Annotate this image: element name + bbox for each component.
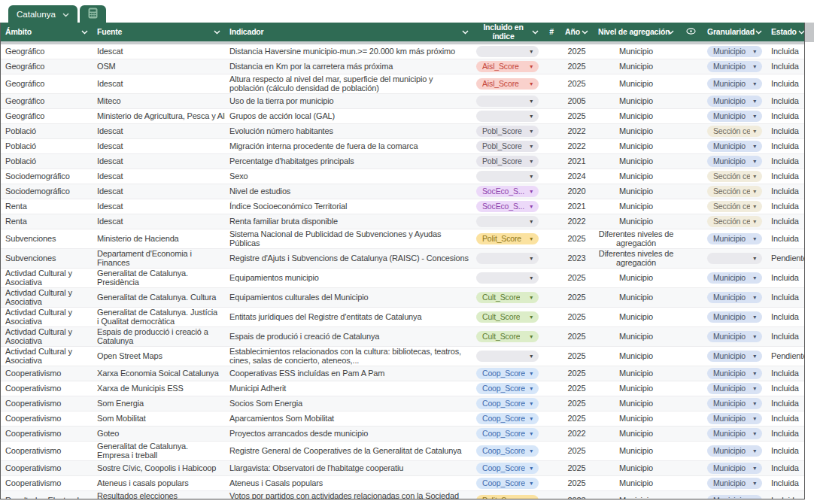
tab-calculator[interactable]: [80, 5, 106, 23]
score-select[interactable]: ▾: [476, 351, 539, 362]
column-header-num[interactable]: #: [543, 23, 560, 41]
granularidad-select[interactable]: Municipio▾: [707, 368, 762, 379]
column-header-incluido-en-indice[interactable]: Incluido en índice: [473, 23, 543, 41]
granularidad-select[interactable]: Municipio▾: [707, 233, 762, 244]
chevron-down-icon[interactable]: [798, 28, 805, 37]
chevron-down-icon[interactable]: [667, 28, 674, 37]
granularidad-select[interactable]: ▾: [707, 253, 762, 264]
score-select[interactable]: Aisl_Score▾: [476, 78, 539, 90]
score-select[interactable]: SocEco_S...▾: [476, 201, 539, 212]
tab-catalunya[interactable]: Catalunya: [8, 5, 77, 23]
cell-ano: 2025: [560, 331, 594, 343]
column-header-granularidad[interactable]: Granularidad: [703, 23, 767, 41]
granularidad-select[interactable]: Municipio▾: [707, 413, 762, 424]
score-select[interactable]: Coop_Score▾: [476, 463, 539, 474]
cell-visibility: [679, 253, 703, 265]
score-select-value: Aisl_Score: [482, 62, 519, 71]
granularidad-select[interactable]: Municipio▾: [707, 272, 762, 284]
granularidad-select[interactable]: Municipio▾: [707, 331, 762, 342]
score-select[interactable]: Aisl_Score▾: [476, 61, 539, 72]
granularidad-select[interactable]: Municipio▾: [707, 398, 762, 409]
cell-visibility: [679, 141, 703, 153]
score-select-value: Cult_Score: [482, 313, 520, 322]
cell-nivel-de-agregacion: Municipio: [594, 141, 679, 153]
score-select[interactable]: ▾: [476, 216, 539, 227]
granularidad-select[interactable]: Sección censal▾: [707, 216, 762, 227]
score-select-value: Polit_Score: [482, 496, 521, 499]
chevron-down-icon[interactable]: [532, 28, 539, 37]
score-select[interactable]: ▾: [476, 46, 539, 57]
score-select[interactable]: Coop_Score▾: [476, 428, 539, 439]
cell-estado: Incluida: [767, 111, 804, 123]
cell-fuente: Som Mobilitat: [93, 413, 225, 425]
dropdown-arrow-icon: ▾: [753, 159, 756, 165]
cell-ambito: Renta: [1, 201, 93, 213]
score-select[interactable]: Pobl_Score▾: [476, 141, 539, 152]
score-select[interactable]: SocEco_S...▾: [476, 186, 539, 197]
score-select[interactable]: Polit_Score▾: [476, 495, 539, 499]
granularidad-select[interactable]: Municipio▾: [707, 383, 762, 394]
cell-ambito: Població: [1, 156, 93, 168]
score-select[interactable]: ▾: [476, 171, 539, 182]
score-select[interactable]: ▾: [476, 111, 539, 122]
score-select[interactable]: Cult_Score▾: [476, 311, 539, 323]
table-row: CooperativismoXarxa de Municipis ESSMuni…: [1, 381, 804, 396]
score-select[interactable]: Coop_Score▾: [476, 413, 539, 424]
chevron-down-icon[interactable]: [582, 28, 588, 37]
table-row: CooperativismoAteneus i casals popularsA…: [1, 476, 804, 491]
score-select[interactable]: Coop_Score▾: [476, 445, 539, 457]
cell-ambito: Cooperativismo: [1, 445, 93, 457]
granularidad-select[interactable]: Municipio▾: [707, 428, 762, 439]
score-select[interactable]: ▾: [476, 96, 539, 107]
score-select[interactable]: Coop_Score▾: [476, 383, 539, 394]
cell-fuente: Xarxa de Municipis ESS: [93, 383, 225, 395]
chevron-down-icon[interactable]: [214, 28, 220, 37]
score-select[interactable]: Cult_Score▾: [476, 331, 539, 342]
column-header-ambito[interactable]: Ámbito: [1, 23, 93, 41]
column-header-ano[interactable]: Año: [560, 23, 594, 41]
granularidad-select[interactable]: Municipio▾: [707, 351, 762, 362]
cell-visibility: [679, 368, 703, 380]
granularidad-select[interactable]: Municipio▾: [707, 311, 762, 323]
granularidad-select[interactable]: Municipio▾: [707, 495, 762, 499]
score-select[interactable]: Pobl_Score▾: [476, 156, 539, 167]
granularidad-select[interactable]: Municipio▾: [707, 78, 762, 90]
granularidad-select[interactable]: Sección censal▾: [707, 201, 762, 212]
granularidad-select[interactable]: Sección censal▾: [707, 126, 762, 137]
score-select[interactable]: Coop_Score▾: [476, 478, 539, 489]
score-select[interactable]: Cult_Score▾: [476, 292, 539, 303]
score-select[interactable]: Coop_Score▾: [476, 368, 539, 379]
cell-estado: Incluida: [767, 368, 804, 380]
granularidad-select[interactable]: Sección censal▾: [707, 186, 762, 197]
granularidad-select[interactable]: Municipio▾: [707, 292, 762, 303]
vertical-scrollbar[interactable]: [805, 23, 814, 499]
granularidad-select[interactable]: Municipio▾: [707, 111, 762, 122]
column-header-nivel-de-agregacion[interactable]: Nivel de agregación: [594, 23, 679, 41]
column-header-indicador[interactable]: Indicador: [225, 23, 473, 41]
cell-ano: 2025: [560, 233, 594, 245]
cell-visibility: [679, 156, 703, 168]
chevron-down-icon[interactable]: [755, 28, 762, 37]
column-header-estado[interactable]: Estado: [767, 23, 805, 41]
column-header-fuente[interactable]: Fuente: [93, 23, 225, 41]
score-select[interactable]: ▾: [476, 272, 539, 284]
granularidad-select[interactable]: Sección censal▾: [707, 171, 762, 182]
granularidad-select[interactable]: Municipio▾: [707, 156, 762, 167]
chevron-down-icon[interactable]: [462, 28, 469, 37]
chevron-down-icon[interactable]: [62, 10, 69, 19]
cell-ambito: Població: [1, 126, 93, 138]
granularidad-select[interactable]: Municipio▾: [707, 61, 762, 72]
granularidad-select[interactable]: Municipio▾: [707, 46, 762, 57]
score-select[interactable]: Polit_Score▾: [476, 233, 539, 244]
granularidad-select[interactable]: Municipio▾: [707, 96, 762, 107]
granularidad-select[interactable]: Municipio▾: [707, 463, 762, 474]
score-select[interactable]: Coop_Score▾: [476, 398, 539, 409]
column-header-visibility[interactable]: [679, 23, 703, 41]
chevron-down-icon[interactable]: [81, 28, 88, 37]
score-select[interactable]: Pobl_Score▾: [476, 126, 539, 137]
score-select[interactable]: ▾: [476, 253, 539, 264]
granularidad-select[interactable]: Municipio▾: [707, 478, 762, 489]
granularidad-select[interactable]: Municipio▾: [707, 141, 762, 152]
granularidad-select[interactable]: Municipio▾: [707, 445, 762, 457]
scrollbar-thumb[interactable]: [805, 23, 814, 42]
